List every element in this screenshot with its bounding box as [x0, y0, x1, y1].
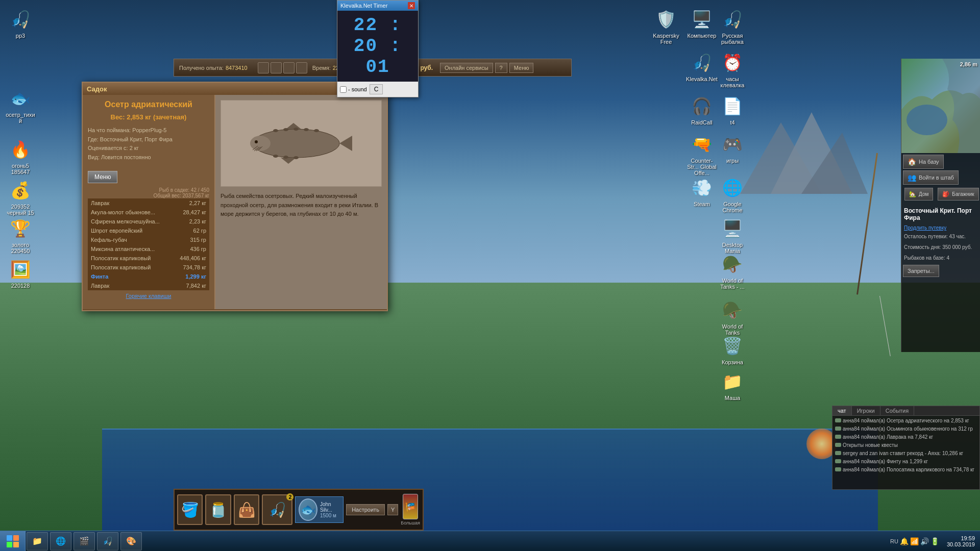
desktop-icon-img[interactable]: 🖼️ 220128: [3, 255, 38, 291]
timer-titlebar: Klevalka.Net Timer ✕: [337, 1, 418, 11]
taskbar-app-explorer[interactable]: 📁: [27, 532, 48, 550]
to-base-button[interactable]: 🏠 На базу: [903, 155, 944, 169]
fish-list-item[interactable]: Акула-молот обыкнове...28,427 кг: [88, 208, 209, 217]
chrome-taskbar-icon: 🌐: [56, 536, 66, 546]
svg-point-11: [293, 128, 299, 131]
timer-reset-button[interactable]: C: [370, 84, 383, 94]
configure-button[interactable]: Настроить: [346, 504, 385, 515]
taskbar-app-chrome[interactable]: 🌐: [50, 532, 71, 550]
volume-icon: 🔊: [920, 537, 929, 545]
help-button[interactable]: ?: [495, 63, 507, 73]
timer-sound-checkbox[interactable]: [340, 86, 347, 93]
desktop-icon-t4[interactable]: 📄 t4: [715, 92, 750, 128]
home-btn-label: Дом: [919, 191, 928, 197]
big-label: Большая: [401, 520, 420, 525]
taskbar-clock: 19:59 30.03.2019: [942, 535, 980, 547]
chat-message: Открыты новые квесты: [835, 442, 977, 449]
hotkeys-link[interactable]: Горячие клавиши: [88, 293, 209, 299]
icon-image-steam: 💨: [690, 176, 714, 200]
icon-image-gold2: 🏆: [8, 216, 33, 241]
fish-list-info: Рыб в садке: 42 / 450 Общий вес: 2037,56…: [88, 187, 209, 198]
bait-slot-1[interactable]: [258, 62, 269, 73]
taskbar-app-media[interactable]: 🎬: [74, 532, 95, 550]
baggage-icon: 🎒: [942, 191, 949, 197]
fish-list-item[interactable]: Полосатик карликовый734,78 кг: [88, 263, 209, 272]
desktop-icon-russian[interactable]: 🎣 Русская рыбалка: [715, 5, 750, 47]
fish-list-item[interactable]: Полосатик карликовый448,406 кг: [88, 254, 209, 263]
timer-sound-label: - sound: [348, 86, 367, 92]
icon-label-steam: Steam: [686, 201, 718, 207]
player-name: John Silv...: [320, 502, 340, 513]
player-level: 1500 м: [320, 513, 340, 518]
bait-slot-4[interactable]: [296, 62, 307, 73]
desktop-icon-fire[interactable]: 🔥 огонь5 185647: [3, 135, 38, 177]
fish-list-item[interactable]: Лаврак2,27 кг: [88, 198, 209, 208]
icon-image-clock: ⏰: [720, 51, 745, 75]
mini-map[interactable]: 2,86 m: [901, 59, 980, 153]
fish-list-item[interactable]: Миксина атлантическа...436 гр: [88, 244, 209, 254]
fish-list: Лаврак2,27 кгАкула-молот обыкнове...28,4…: [88, 198, 209, 290]
home-baggage-row: 🏡 Дом 🎒 Багажник: [903, 186, 978, 202]
extend-permit-link[interactable]: Продлить путевку: [901, 224, 949, 232]
exp-value: 8473410: [226, 65, 248, 71]
desktop-icon-clock[interactable]: ⏰ часы клевалка: [715, 48, 750, 90]
icon-label-basket: Корзина: [717, 359, 748, 365]
chat-fish-icon: [835, 451, 841, 455]
fish-list-item[interactable]: Сфирена мелкочешуйна...2,23 кг: [88, 217, 209, 226]
bag-slot[interactable]: 👜: [234, 494, 259, 525]
chat-fish-icon: [835, 459, 841, 463]
y-button[interactable]: Y: [387, 504, 398, 515]
desktop-icon-kaspersky[interactable]: 🛡️ Kaspersky Free: [648, 5, 684, 47]
desktop-icon-gold[interactable]: 💰 209352 черный 15: [3, 176, 38, 218]
icon-label-img: 220128: [5, 283, 36, 289]
chat-fish-icon: [835, 435, 841, 439]
fish-name: Осетр адриатический: [88, 100, 209, 109]
home-button[interactable]: 🏡 Дом: [904, 188, 933, 201]
bait-bowl-slot[interactable]: 🫙: [205, 494, 231, 525]
fish-menu-button[interactable]: Меню: [88, 171, 117, 183]
desktop-icon-comp[interactable]: 🐟 осетр_тихий: [3, 84, 38, 126]
baggage-button[interactable]: 🎒 Багажник: [938, 188, 978, 201]
start-button[interactable]: [0, 531, 26, 552]
taskbar-app-ps[interactable]: 🎨: [120, 532, 142, 550]
chat-tab-chat[interactable]: чат: [832, 406, 852, 415]
chat-messages: анна84 поймал(а) Осетра адриатического н…: [832, 416, 979, 487]
svg-point-16: [293, 156, 299, 159]
player-avatar: 🐟: [299, 498, 317, 521]
chat-area: чат Игроки События анна84 поймал(а) Осет…: [832, 406, 980, 490]
icon-label-chrome: Google Chrome: [717, 201, 748, 213]
bait-slot-numbered: 🎣 2: [262, 494, 292, 525]
game-menu-button[interactable]: Меню: [509, 63, 534, 73]
desktop-icon-pp3-1[interactable]: 🎣 рр3: [3, 5, 38, 41]
icon-image-gold: 💰: [8, 178, 33, 203]
chat-tab-events[interactable]: События: [880, 406, 914, 415]
online-services-button[interactable]: Онлайн сервисы: [440, 63, 493, 73]
desktop-icon-wot1[interactable]: 🪖 World of Tanks - ...: [715, 250, 750, 292]
fish-caught-on: На что поймана: PopperPlug-5: [88, 126, 209, 135]
desktop-icon-chrome[interactable]: 🌐 Google Chrome: [715, 173, 750, 215]
forbid-button[interactable]: Запреты...: [903, 265, 939, 277]
notify-icon: 🔔: [900, 537, 909, 545]
desktop-icon-basket[interactable]: 🗑️ Корзина: [715, 332, 750, 367]
bag-icon: 👜: [238, 502, 256, 518]
bucket-slot[interactable]: 🪣: [177, 494, 203, 525]
bait-slot-3[interactable]: [283, 62, 295, 73]
fish-list-item[interactable]: Шпрот европейский62 гр: [88, 226, 209, 235]
chat-tab-players[interactable]: Игроки: [852, 406, 880, 415]
bait-slot-2[interactable]: [271, 62, 282, 73]
fish-list-item[interactable]: Кефаль-губач315 гр: [88, 235, 209, 244]
explorer-icon: 📁: [32, 536, 42, 546]
desktop-icon-games[interactable]: 🎮 игры: [715, 130, 750, 166]
timer-close-button[interactable]: ✕: [408, 2, 415, 9]
fish-list-item[interactable]: Лаврак7,842 кг: [88, 281, 209, 290]
svg-point-21: [906, 105, 947, 135]
chat-fish-icon: [835, 467, 841, 471]
icon-image-games: 🎮: [720, 132, 745, 157]
to-staff-button[interactable]: 👥 Войти в штаб: [903, 170, 959, 185]
desktop-icon-gold2[interactable]: 🏆 золото 220450: [3, 214, 38, 256]
chat-message: анна84 поймал(а) Лаврака на 7,842 кг: [835, 434, 977, 441]
fish-list-item[interactable]: Финта1,299 кг: [88, 272, 209, 281]
power-icon: 🔋: [930, 537, 939, 545]
taskbar-app-pp3[interactable]: 🎣: [97, 532, 118, 550]
desktop-icon-masha[interactable]: 📁 Маша: [715, 367, 750, 403]
